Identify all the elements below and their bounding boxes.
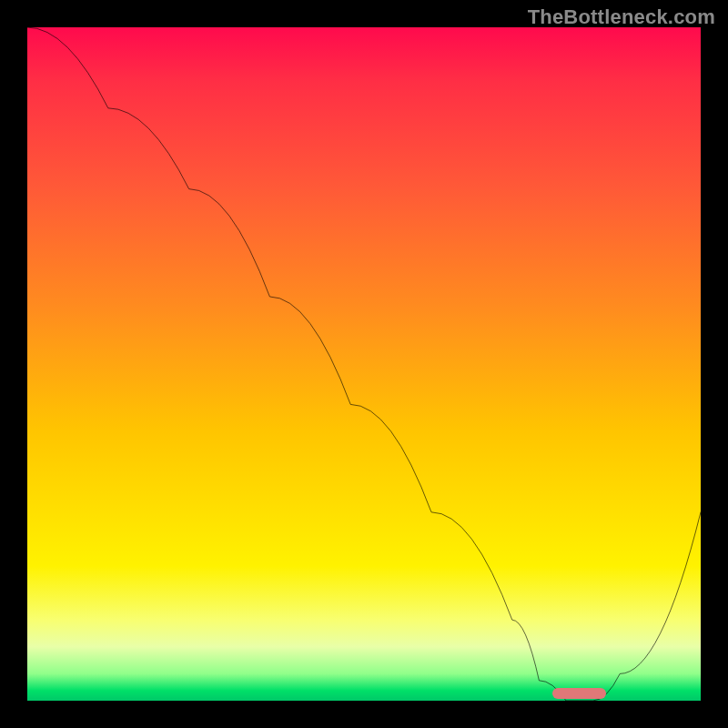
chart-frame: TheBottleneck.com (0, 0, 728, 728)
attribution-text: TheBottleneck.com (528, 5, 715, 29)
optimal-range-marker (552, 688, 606, 699)
bottleneck-curve (27, 27, 701, 701)
plot-area (27, 27, 701, 701)
